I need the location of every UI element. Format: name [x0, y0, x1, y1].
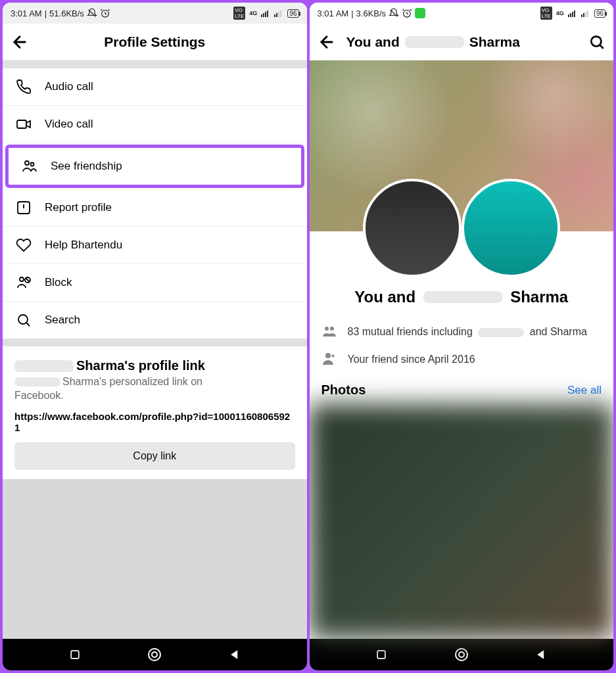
- status-speed: 3.6KB/s: [356, 9, 387, 18]
- signal-bars-icon: [568, 9, 577, 17]
- avatar-you[interactable]: [363, 179, 462, 277]
- svg-rect-3: [265, 12, 266, 17]
- photo-grid[interactable]: [310, 404, 614, 639]
- svg-point-30: [330, 327, 334, 331]
- mutual-friends-text: 83 mutual friends including and Sharma: [348, 326, 587, 338]
- see-all-link[interactable]: See all: [567, 384, 602, 397]
- profile-link-section: Sharma's profile link Sharma's personali…: [3, 346, 307, 479]
- menu-label: Audio call: [45, 80, 93, 93]
- search-icon: [14, 311, 33, 329]
- battery-icon: 96: [594, 9, 605, 18]
- nav-back-icon[interactable]: [534, 648, 548, 661]
- svg-rect-23: [574, 11, 575, 17]
- svg-rect-1: [261, 14, 262, 17]
- redacted-name: [423, 291, 502, 303]
- app-bar: You and Sharma: [310, 24, 614, 60]
- svg-rect-5: [274, 14, 275, 17]
- page-title: You and Sharma: [346, 34, 579, 50]
- svg-point-10: [25, 161, 29, 165]
- mutual-friends-icon: [321, 323, 339, 340]
- section-divider: [3, 60, 307, 68]
- svg-rect-21: [570, 13, 571, 17]
- phone-left: 3:01 AM | 51.6KB/s VOLTE 4G 96 Profile S…: [3, 3, 307, 670]
- svg-rect-22: [572, 12, 573, 17]
- copy-link-button[interactable]: Copy link: [14, 442, 295, 470]
- search-button[interactable]: [588, 34, 605, 51]
- menu-label: Report profile: [45, 201, 112, 214]
- svg-rect-9: [17, 120, 26, 128]
- nav-bar: [310, 639, 614, 670]
- friends-icon: [20, 157, 39, 175]
- nav-back-icon[interactable]: [228, 648, 241, 661]
- menu-search[interactable]: Search: [3, 302, 307, 338]
- block-icon: [14, 273, 33, 292]
- photos-header: Photos See all: [310, 373, 614, 404]
- profile-avatars: [310, 179, 614, 277]
- profile-link-subtitle: Sharma's personalized link on Facebook.: [14, 376, 295, 402]
- menu-video-call[interactable]: Video call: [3, 106, 307, 143]
- menu-block[interactable]: Block: [3, 264, 307, 302]
- nav-home-icon[interactable]: [454, 647, 469, 662]
- battery-icon: 96: [287, 9, 298, 18]
- menu-label: Help Bhartendu: [45, 239, 122, 252]
- status-sep: |: [351, 9, 353, 18]
- signal-bars-2-icon: [274, 9, 283, 17]
- app-bar: Profile Settings: [3, 24, 307, 60]
- photos-label: Photos: [321, 383, 366, 398]
- menu-help[interactable]: Help Bhartendu: [3, 227, 307, 264]
- nav-home-icon[interactable]: [147, 647, 162, 662]
- profile-link-url: https://www.facebook.com/profile.php?id=…: [14, 411, 295, 433]
- svg-point-31: [325, 353, 331, 358]
- nav-recent-icon[interactable]: [375, 648, 388, 661]
- status-speed: 51.6KB/s: [49, 9, 84, 18]
- menu-see-friendship[interactable]: See friendship: [9, 148, 301, 185]
- mute-icon: [87, 8, 97, 18]
- heart-icon: [14, 236, 33, 254]
- svg-rect-2: [263, 13, 264, 17]
- svg-rect-8: [280, 11, 281, 17]
- nav-bar: [3, 639, 307, 670]
- volte-icon: VOLTE: [233, 7, 245, 20]
- friend-since-icon: [321, 351, 339, 368]
- redacted-name: [14, 377, 60, 386]
- svg-rect-25: [583, 13, 584, 17]
- status-time: 3:01 AM: [11, 9, 42, 18]
- redacted-name: [478, 328, 524, 337]
- friendship-title: You and Sharma: [310, 288, 614, 306]
- status-bar: 3:01 AM | 51.6KB/s VOLTE 4G 96: [3, 3, 307, 24]
- menu-label: Block: [45, 276, 72, 289]
- section-divider: [3, 338, 307, 346]
- svg-rect-24: [581, 14, 582, 17]
- redacted-name: [14, 360, 74, 372]
- svg-point-11: [31, 163, 34, 166]
- phone-icon: [14, 78, 33, 96]
- back-button[interactable]: [11, 33, 29, 51]
- menu-label: See friendship: [51, 160, 122, 173]
- svg-rect-20: [568, 14, 569, 17]
- svg-rect-26: [585, 12, 586, 17]
- highlighted-menu-item: See friendship: [5, 145, 304, 188]
- signal-4g-icon: 4G: [249, 10, 257, 16]
- profile-link-title: Sharma's profile link: [14, 358, 295, 373]
- nav-recent-icon[interactable]: [68, 648, 82, 661]
- menu-audio-call[interactable]: Audio call: [3, 68, 307, 106]
- svg-point-13: [20, 277, 24, 281]
- status-time: 3:01 AM: [318, 9, 349, 18]
- mute-icon: [389, 8, 399, 18]
- back-button[interactable]: [318, 33, 336, 51]
- avatar-friend[interactable]: [462, 179, 560, 277]
- empty-space: [3, 479, 307, 639]
- alarm-icon: [100, 8, 110, 18]
- svg-point-34: [459, 652, 464, 657]
- mutual-friends-row: 83 mutual friends including and Sharma: [310, 318, 614, 346]
- friend-since-row: Your friend since April 2016: [310, 346, 614, 373]
- friend-since-text: Your friend since April 2016: [348, 354, 475, 365]
- svg-rect-7: [278, 12, 279, 17]
- svg-point-17: [149, 649, 160, 661]
- svg-rect-4: [267, 11, 268, 17]
- report-icon: [14, 198, 33, 217]
- menu-report-profile[interactable]: Report profile: [3, 189, 307, 227]
- svg-rect-27: [587, 11, 588, 17]
- svg-rect-6: [276, 13, 277, 17]
- status-sep: |: [45, 9, 47, 18]
